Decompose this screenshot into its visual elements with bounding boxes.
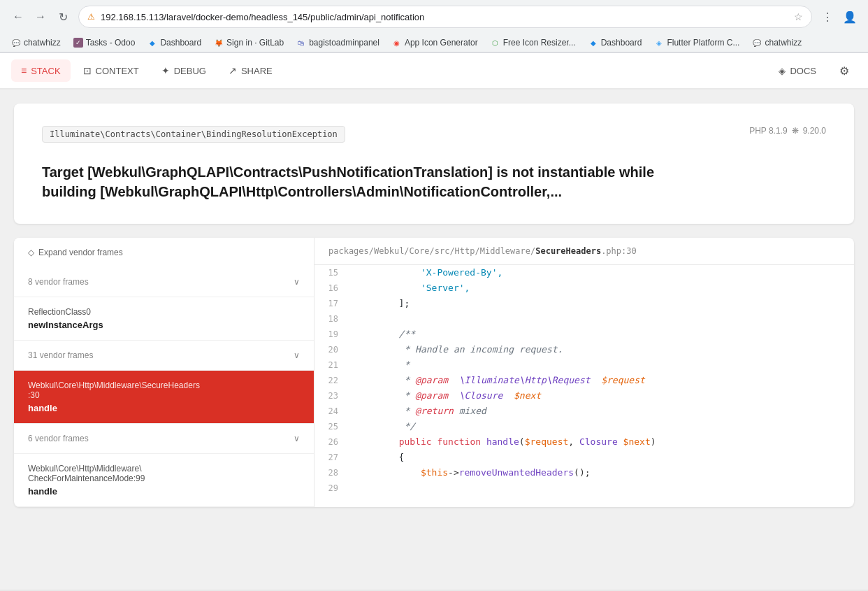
line-number: 20 [314,342,349,357]
stack-frame-secure-headers[interactable]: Webkul\Core\Http\Middleware\SecureHeader… [14,371,314,424]
line-code: { [349,450,854,465]
code-line-24: 24 * @return mixed [314,404,854,419]
vendor-frames-label: 6 vendor frames [28,434,89,443]
bookmark-label: chatwhizz [24,38,61,48]
bookmark-tasks-odoo[interactable]: ✓ Tasks - Odoo [68,36,141,50]
share-icon: ↗ [229,65,237,76]
bookmark-label: Sign in · GitLab [226,38,284,48]
line-number: 27 [314,450,349,465]
code-content[interactable]: 15 'X-Powered-By', 16 'Server', 17 ]; [314,265,854,496]
line-number: 28 [314,465,349,480]
file-path-prefix: packages/Webkul/Core/src/Http/Middleware… [328,246,535,256]
line-code: ]; [349,296,854,311]
expand-vendor-button[interactable]: ◇ Expand vendor frames [14,238,314,267]
vendor-frames-group-31[interactable]: 31 vendor frames ∨ [14,341,314,371]
code-file-path: packages/Webkul/Core/src/Http/Middleware… [314,238,854,265]
bookmark-chatwhizz2[interactable]: 💬 chatwhizz [746,36,807,50]
forward-button[interactable]: → [31,7,50,27]
url-display: 192.168.15.113/laravel/docker-demo/headl… [101,12,788,22]
frame-method: newInstanceArgs [28,320,300,330]
bookmark-flutter[interactable]: ◈ Flutter Platform C... [649,36,745,50]
bookmark-favicon: 🛍 [296,38,306,48]
context-label: CONTEXT [96,66,139,76]
browser-titlebar: ← → ↻ ⚠ 192.168.15.113/laravel/docker-de… [0,0,868,34]
code-line-21: 21 * [314,357,854,373]
line-code: */ [349,419,854,434]
ignition-toolbar: ≡ STACK ⊡ CONTEXT ✦ DEBUG ↗ SHARE ◈ DOCS… [0,53,868,90]
stack-frame-maintenance[interactable]: Webkul\Core\Http\Middleware\CheckForMain… [14,454,314,507]
browser-actions: ⋮ 👤 [818,7,860,27]
bookmark-gitlab[interactable]: 🦊 Sign in · GitLab [208,36,289,50]
bookmark-favicon: ◆ [588,38,598,48]
frame-method: handle [28,403,300,413]
context-icon: ⊡ [83,65,92,76]
php-version: PHP 8.1.9 [749,126,787,136]
stack-label: STACK [31,66,60,76]
vendor-frames-label: 31 vendor frames [28,350,93,360]
line-number: 24 [314,404,349,419]
context-button[interactable]: ⊡ CONTEXT [73,59,149,82]
exception-class-badge: Illuminate\Contracts\Container\BindingRe… [42,126,345,143]
code-line-25: 25 */ [314,419,854,434]
bookmark-favicon: ◈ [654,38,664,48]
bookmark-chatwhizz1[interactable]: 💬 chatwhizz [6,36,66,50]
back-button[interactable]: ← [8,7,28,27]
docs-button[interactable]: ◈ DOCS [769,60,826,82]
error-message: Target [Webkul\GraphQLAPI\Contracts\Push… [42,162,671,201]
frame-class: ReflectionClass0 [28,307,300,317]
debug-icon: ✦ [161,65,170,76]
file-name: SecureHeaders [535,246,601,256]
bookmark-label: Dashboard [160,38,201,48]
bookmark-favicon: ✓ [73,38,83,48]
vendor-frames-label: 8 vendor frames [28,277,89,287]
stack-button[interactable]: ≡ STACK [11,59,71,82]
code-line-22: 22 * @param \Illuminate\Http\Request $re… [314,373,854,388]
code-line-16: 16 'Server', [314,280,854,296]
line-number: 17 [314,296,349,311]
toolbar-right: ◈ DOCS ⚙ [769,58,857,83]
vendor-frames-group-6[interactable]: 6 vendor frames ∨ [14,424,314,454]
code-line-20: 20 * Handle an incoming request. [314,342,854,357]
bookmark-favicon: ◆ [147,38,157,48]
error-card: Illuminate\Contracts\Container\BindingRe… [14,104,854,224]
code-line-26: 26 public function handle($request, Clos… [314,434,854,450]
bookmark-app-icon-gen[interactable]: ◉ App Icon Generator [386,36,484,50]
code-line-27: 27 { [314,450,854,465]
main-content: Illuminate\Contracts\Container\BindingRe… [0,90,868,590]
bookmark-label: chatwhizz [765,38,802,48]
share-button[interactable]: ↗ SHARE [219,59,282,82]
reload-button[interactable]: ↻ [53,7,73,27]
bookmark-label: Free Icon Resizer... [503,38,576,48]
address-bar[interactable]: ⚠ 192.168.15.113/laravel/docker-demo/hea… [78,6,812,28]
line-number: 22 [314,373,349,388]
chevron-down-icon: ∨ [294,434,300,443]
ignition-version: 9.20.0 [803,126,826,136]
bookmark-label: Dashboard [601,38,642,48]
debug-button[interactable]: ✦ DEBUG [152,59,216,82]
extensions-button[interactable]: ⋮ [818,7,837,27]
line-code: * Handle an incoming request. [349,342,854,357]
code-line-23: 23 * @param \Closure $next [314,388,854,404]
line-code: 'Server', [349,280,854,296]
line-number: 21 [314,357,349,373]
bookmark-star-icon[interactable]: ☆ [794,11,803,22]
line-code: * [349,357,854,373]
profile-button[interactable]: 👤 [840,7,860,27]
stack-frame-reflection[interactable]: ReflectionClass0 newInstanceArgs [14,297,314,341]
code-line-28: 28 $this->removeUnwantedHeaders(); [314,465,854,480]
bookmark-free-icon[interactable]: ⬡ Free Icon Resizer... [485,36,581,50]
code-line-17: 17 ]; [314,296,854,311]
stack-icon: ≡ [21,65,27,76]
bookmark-dashboard2[interactable]: ◆ Dashboard [583,36,648,50]
bookmark-dashboard1[interactable]: ◆ Dashboard [142,36,207,50]
settings-button[interactable]: ⚙ [832,58,857,83]
line-number: 16 [314,280,349,296]
frame-class: Webkul\Core\Http\Middleware\CheckForMain… [28,464,300,483]
code-panel: packages/Webkul/Core/src/Http/Middleware… [314,238,854,507]
bookmark-bagisto[interactable]: 🛍 bagistoadminpanel [291,36,385,50]
bookmark-favicon: 💬 [11,38,21,48]
chevron-down-icon: ∨ [294,350,300,360]
code-line-18: 18 [314,311,854,327]
bookmark-label: Tasks - Odoo [86,38,136,48]
vendor-frames-group-8[interactable]: 8 vendor frames ∨ [14,267,314,297]
